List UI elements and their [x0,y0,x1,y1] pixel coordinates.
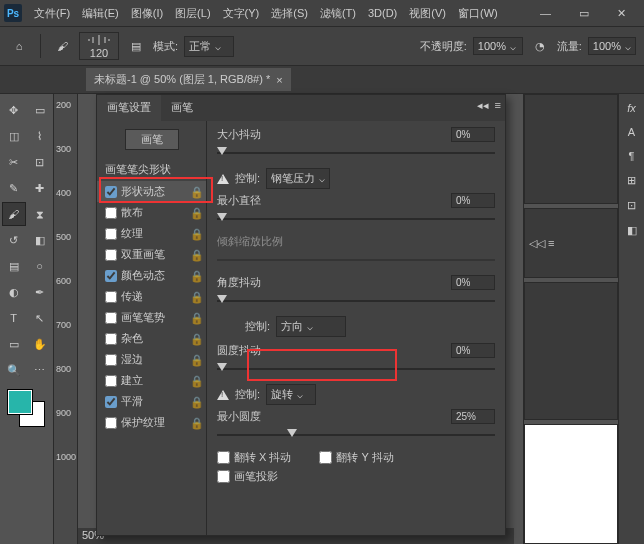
opt-protect-texture[interactable]: 保护纹理🔒 [97,412,206,433]
blur-tool[interactable]: ○ [28,254,52,278]
shape-tool[interactable]: ▭ [2,332,26,356]
opacity-value[interactable]: 100% [473,37,523,55]
menu-select[interactable]: 选择(S) [271,6,308,21]
opt-scatter[interactable]: 散布🔒 [97,202,206,223]
lock-icon[interactable]: 🔒 [190,270,202,282]
panel-menu-icon[interactable]: ≡ [495,99,501,112]
brush-preset-picker[interactable]: 120 [79,32,119,60]
lock-icon[interactable]: 🔒 [190,207,202,219]
brushes-button[interactable]: 画笔 [125,129,179,150]
brush-settings-icon[interactable]: ▤ [125,35,147,57]
flip-y-jitter-checkbox[interactable] [319,451,332,464]
menu-layer[interactable]: 图层(L) [175,6,210,21]
opt-wet-edges[interactable]: 湿边🔒 [97,349,206,370]
lock-icon[interactable]: 🔒 [190,375,202,387]
angle-jitter-slider[interactable] [217,294,495,308]
angle-control-dropdown[interactable]: 方向 [276,316,346,337]
opt-texture[interactable]: 纹理🔒 [97,223,206,244]
history-brush-tool[interactable]: ↺ [2,228,26,252]
opt-buildup[interactable]: 建立🔒 [97,370,206,391]
rail-path-icon[interactable]: ◧ [627,224,637,237]
opt-color-dynamics[interactable]: 颜色动态🔒 [97,265,206,286]
panel-histogram[interactable] [524,94,618,204]
brush-tool[interactable]: 🖌 [2,202,26,226]
brush-tool-icon[interactable]: 🖌 [51,35,73,57]
tab-close-icon[interactable]: × [276,74,282,86]
size-jitter-value[interactable]: 0% [451,127,495,142]
brush-tip-shape[interactable]: 画笔笔尖形状 [97,158,206,181]
angle-jitter-value[interactable]: 0% [451,275,495,290]
panel-layers-head[interactable]: ◁◁ ≡ [524,208,618,278]
pen-tool[interactable]: ✒ [28,280,52,304]
tab-brushes[interactable]: 画笔 [161,95,203,121]
menu-type[interactable]: 文字(Y) [223,6,260,21]
min-diameter-slider[interactable] [217,212,495,226]
type-tool[interactable]: T [2,306,26,330]
opt-transfer[interactable]: 传递🔒 [97,286,206,307]
menu-view[interactable]: 视图(V) [409,6,446,21]
rail-para-icon[interactable]: ¶ [629,150,635,162]
stamp-tool[interactable]: ⧗ [28,202,52,226]
menu-window[interactable]: 窗口(W) [458,6,498,21]
pressure-opacity-icon[interactable]: ◔ [529,35,551,57]
lock-icon[interactable]: 🔒 [190,417,202,429]
opt-brush-pose[interactable]: 画笔笔势🔒 [97,307,206,328]
document-tab[interactable]: 未标题-1 @ 50% (图层 1, RGB/8#) *× [86,68,291,91]
color-swatch[interactable] [8,390,44,426]
opt-smoothing[interactable]: 平滑🔒 [97,391,206,412]
lock-icon[interactable]: 🔒 [190,312,202,324]
path-select-tool[interactable]: ↖ [28,306,52,330]
roundness-jitter-slider[interactable] [217,362,495,376]
marquee-tool[interactable]: ◫ [2,124,26,148]
frame-tool[interactable]: ⊡ [28,150,52,174]
lock-icon[interactable]: 🔒 [190,354,202,366]
min-diameter-value[interactable]: 0% [451,193,495,208]
flip-x-jitter-checkbox[interactable] [217,451,230,464]
brush-projection-checkbox[interactable] [217,470,230,483]
min-roundness-slider[interactable] [217,428,495,442]
panel-collapse-icon[interactable]: ◂◂ [477,99,489,112]
mode-dropdown[interactable]: 正常 [184,36,234,57]
menu-edit[interactable]: 编辑(E) [82,6,119,21]
lock-icon[interactable]: 🔒 [190,186,202,198]
eraser-tool[interactable]: ◧ [28,228,52,252]
lasso-tool[interactable]: ⌇ [28,124,52,148]
lock-icon[interactable]: 🔒 [190,249,202,261]
opt-dual-brush[interactable]: 双重画笔🔒 [97,244,206,265]
crop-tool[interactable]: ✂ [2,150,26,174]
hand-tool[interactable]: ✋ [28,332,52,356]
close-icon[interactable]: ✕ [617,7,626,20]
tab-brush-settings[interactable]: 画笔设置 [97,95,161,121]
rail-fx-icon[interactable]: fx [627,102,636,114]
artboard-tool[interactable]: ▭ [28,98,52,122]
rail-align-icon[interactable]: ⊡ [627,199,636,212]
menu-file[interactable]: 文件(F) [34,6,70,21]
gradient-tool[interactable]: ▤ [2,254,26,278]
lock-icon[interactable]: 🔒 [190,291,202,303]
opt-shape-dynamics[interactable]: 形状动态🔒 [97,181,206,202]
roundness-jitter-value[interactable]: 0% [451,343,495,358]
maximize-icon[interactable]: ▭ [579,7,589,20]
menu-filter[interactable]: 滤镜(T) [320,6,356,21]
minimize-icon[interactable]: — [540,7,551,20]
lock-icon[interactable]: 🔒 [190,396,202,408]
menu-image[interactable]: 图像(I) [131,6,163,21]
size-control-dropdown[interactable]: 钢笔压力 [266,168,330,189]
rail-char-icon[interactable]: A [628,126,635,138]
opt-noise[interactable]: 杂色🔒 [97,328,206,349]
min-roundness-value[interactable]: 25% [451,409,495,424]
edit-toolbar[interactable]: ⋯ [28,358,52,382]
home-icon[interactable]: ⌂ [8,35,30,57]
lock-icon[interactable]: 🔒 [190,333,202,345]
flow-value[interactable]: 100% [588,37,636,55]
zoom-tool[interactable]: 🔍 [2,358,26,382]
size-jitter-slider[interactable] [217,146,495,160]
dodge-tool[interactable]: ◐ [2,280,26,304]
healing-tool[interactable]: ✚ [28,176,52,200]
move-tool[interactable]: ✥ [2,98,26,122]
lock-icon[interactable]: 🔒 [190,228,202,240]
roundness-control-dropdown[interactable]: 旋转 [266,384,316,405]
menu-3d[interactable]: 3D(D) [368,7,397,19]
rail-swatch-icon[interactable]: ⊞ [627,174,636,187]
eyedropper-tool[interactable]: ✎ [2,176,26,200]
